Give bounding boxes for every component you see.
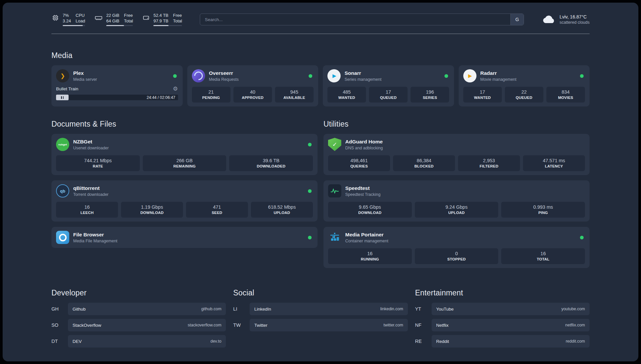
stat-label: SERIES <box>412 96 448 100</box>
stat-label: APPROVED <box>235 96 271 100</box>
app-subtitle: Media File Management <box>73 239 117 243</box>
stat-stopped: 0 STOPPED <box>415 248 499 264</box>
screen: 7% 3.24 CPU Load <box>0 0 641 364</box>
stat-value: 86,384 <box>394 158 454 163</box>
bookmark-link[interactable]: LinkedIn linkedin.com <box>250 303 408 315</box>
stat-label: DOWNLOADED <box>230 164 312 168</box>
bookmark-stackoverflow: SO StackOverflow stackoverflow.com <box>51 319 226 331</box>
status-dot <box>308 189 312 193</box>
bookmark-name: Reddit <box>436 339 449 344</box>
social-column: Social LI LinkedIn linkedin.com TW Twitt… <box>233 288 408 348</box>
bookmark-link[interactable]: Github github.com <box>68 303 226 315</box>
stat-label: TOTAL <box>503 257 584 261</box>
disk-metric: 52.4 TB 97.9 TB Free Total <box>142 13 182 26</box>
stat-value: 266 GB <box>144 158 225 163</box>
media-grid: Plex Media server Bullet Train ⚙ 24:44 /… <box>51 65 590 106</box>
stat-remaining: 266 GB REMAINING <box>143 155 227 171</box>
playback-progress-fill <box>56 95 69 100</box>
disk-total-label: Total <box>173 18 182 23</box>
status-dot <box>308 143 312 146</box>
stat-movies: 834 MOVIES <box>546 87 585 103</box>
section-title-utilities: Utilities <box>323 120 590 129</box>
section-title-entertainment: Entertainment <box>415 288 590 297</box>
stat-filtered: 2,953 FILTERED <box>458 155 520 171</box>
developer-column: Developer GH Github github.com SO StackO… <box>51 288 226 348</box>
app-card-filebrowser[interactable]: File Browser Media File Management <box>51 227 318 248</box>
stat-value: 471 <box>187 204 247 210</box>
topbar-divider <box>51 34 590 34</box>
settings-gear-icon[interactable]: ⚙ <box>173 86 178 92</box>
stat-label: PENDING <box>193 96 229 100</box>
adguard-icon <box>328 138 341 151</box>
documents-column: Documents & Files nzbget NZBGet Usenet d… <box>51 120 318 268</box>
weather-condition: scattered clouds <box>560 20 590 25</box>
stat-label: QUEUED <box>506 96 542 100</box>
cpu-load-label: Load <box>76 18 85 23</box>
app-card-qbittorrent[interactable]: qb qBittorrent Torrent downloader 16 LEE… <box>51 180 318 222</box>
section-title-social: Social <box>233 288 408 297</box>
ram-free: 22 GiB <box>106 13 119 18</box>
app-subtitle: DNS and adblocking <box>345 146 383 150</box>
bookmark-netflix: NF Netflix netflix.com <box>415 319 590 331</box>
stat-value: 40 <box>235 89 271 95</box>
app-card-adguard[interactable]: AdGuard Home DNS and adblocking 498,461 … <box>323 134 590 175</box>
stat-upload: 618.52 Mbps UPLOAD <box>251 202 313 218</box>
app-name: Sonarr <box>345 70 382 76</box>
bookmark-url: dev.to <box>210 339 221 344</box>
stat-label: STOPPED <box>416 257 497 261</box>
stat-label: BLOCKED <box>394 164 454 168</box>
search-provider-button[interactable]: G <box>510 14 524 25</box>
stat-value: 9.65 Gbps <box>329 204 411 210</box>
stat-label: REMAINING <box>144 164 225 168</box>
playback-progress-bar[interactable]: 24:44 / 02:06:47 <box>56 95 178 100</box>
stat-value: 16 <box>57 204 117 210</box>
entertainment-column: Entertainment YT YouTube youtube.com NF … <box>415 288 590 348</box>
bookmark-link[interactable]: Twitter twitter.com <box>250 319 408 331</box>
stat-pending: 21 PENDING <box>192 87 230 103</box>
bookmark-reddit: RE Reddit reddit.com <box>415 335 590 348</box>
cpu-label: CPU <box>76 13 85 18</box>
pause-icon[interactable] <box>61 96 64 99</box>
stat-value: 945 <box>276 89 312 95</box>
ram-total-label: Total <box>124 18 133 23</box>
qbittorrent-icon: qb <box>56 184 69 197</box>
radarr-icon <box>463 69 476 82</box>
stat-total: 16 TOTAL <box>501 248 585 264</box>
app-card-overseerr[interactable]: Overseerr Media Requests 21 PENDING 40 A… <box>187 65 319 106</box>
app-card-radarr[interactable]: Radarr Movie management 17 WANTED 22 QUE… <box>459 65 590 106</box>
app-card-nzbget[interactable]: nzbget NZBGet Usenet downloader 744.21 M… <box>51 134 318 175</box>
stat-seed: 471 SEED <box>186 202 248 218</box>
bookmark-link[interactable]: DEV dev.to <box>68 335 226 348</box>
ram-icon <box>94 14 103 22</box>
app-subtitle: Container management <box>345 239 388 243</box>
stat-leech: 16 LEECH <box>56 202 118 218</box>
stat-running: 16 RUNNING <box>328 248 412 264</box>
cpu-icon <box>51 14 59 22</box>
stat-label: PING <box>503 211 584 215</box>
stat-label: AVAILABLE <box>276 96 312 100</box>
stat-label: WANTED <box>329 96 365 100</box>
bookmark-link[interactable]: Reddit reddit.com <box>432 335 590 348</box>
ram-total: 64 GiB <box>106 18 119 23</box>
app-subtitle: Media server <box>73 77 97 82</box>
stat-value: 22 <box>506 89 542 95</box>
app-card-sonarr[interactable]: Sonarr Series management 485 WANTED 17 Q… <box>323 65 454 106</box>
stat-value: 17 <box>370 89 406 95</box>
bookmark-link[interactable]: YouTube youtube.com <box>432 303 590 315</box>
app-subtitle: Speedtest Tracking <box>345 192 381 197</box>
app-card-portainer[interactable]: Media Portainer Container management 16 … <box>323 227 590 268</box>
bookmark-url: stackoverflow.com <box>188 323 221 327</box>
disk-icon <box>142 14 150 22</box>
bookmark-link[interactable]: Netflix netflix.com <box>432 319 590 331</box>
bookmark-link[interactable]: StackOverflow stackoverflow.com <box>68 319 226 331</box>
app-card-speedtest[interactable]: Speedtest Speedtest Tracking 9.65 Gbps D… <box>323 180 590 222</box>
stat-blocked: 86,384 BLOCKED <box>393 155 455 171</box>
status-dot <box>444 74 448 78</box>
bookmark-url: reddit.com <box>566 339 585 344</box>
stat-value: 39.6 TB <box>230 158 312 163</box>
search-input[interactable] <box>200 14 510 25</box>
bookmark-name: Netflix <box>436 323 449 328</box>
stat-value: 21 <box>193 89 229 95</box>
app-subtitle: Series management <box>345 77 382 82</box>
app-card-plex[interactable]: Plex Media server Bullet Train ⚙ 24:44 /… <box>51 65 183 106</box>
